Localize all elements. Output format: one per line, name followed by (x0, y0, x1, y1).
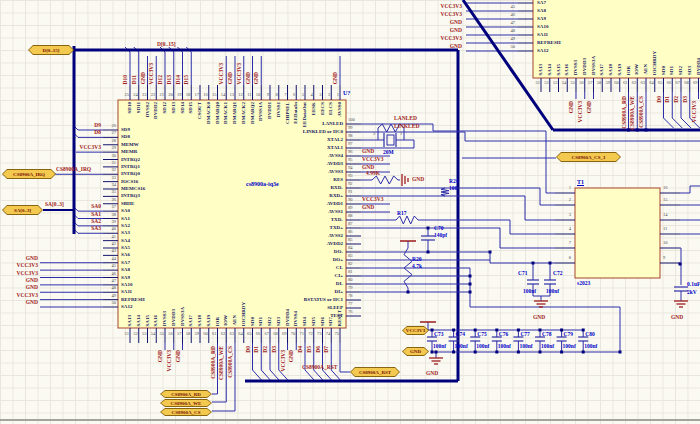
r24-ref[interactable]: R24 (449, 178, 458, 184)
pin-name: SD0 (250, 317, 255, 326)
transformer-part[interactable]: s2023 (577, 280, 590, 286)
pin-number: 10 (251, 92, 260, 97)
junction-dot[interactable] (452, 351, 455, 354)
pin-name: DVSS3 (162, 311, 167, 326)
pin-name: SD9 (121, 127, 161, 132)
c71-value[interactable]: 100nf (523, 288, 536, 294)
net-label-rst[interactable]: CS8900A_RST (302, 364, 337, 370)
junction-dot[interactable] (469, 291, 472, 294)
port-cs[interactable]: CS8900A_CS (160, 408, 212, 416)
pin-number: 17 (190, 92, 199, 97)
wire[interactable] (323, 370, 332, 380)
junction-dot[interactable] (560, 351, 563, 354)
junction-dot[interactable] (549, 262, 552, 265)
wire[interactable] (261, 370, 270, 380)
net-label-linkled[interactable]: LINKLED (394, 123, 419, 129)
pin-name: DVSS1 (276, 102, 281, 117)
transformer-ref[interactable]: T1 (577, 179, 584, 185)
junction-dot[interactable] (489, 251, 492, 254)
net-label: D12 (157, 75, 163, 84)
junction-dot[interactable] (431, 351, 434, 354)
pin-number: 20 (164, 92, 173, 97)
r20-ref[interactable]: R20 (412, 256, 421, 262)
junction-dot[interactable] (435, 351, 438, 354)
junction-dot[interactable] (469, 275, 472, 278)
junction-dot[interactable] (517, 351, 520, 354)
junction-dot[interactable] (679, 263, 682, 266)
junction-dot[interactable] (582, 351, 585, 354)
main-ic-ref[interactable]: U? (343, 90, 350, 96)
net-label-lanled[interactable]: LANLED (394, 115, 417, 121)
pin-name: SA15 (145, 315, 150, 326)
wire[interactable] (672, 118, 682, 128)
net-label: GND (8, 284, 38, 290)
junction-dot[interactable] (427, 227, 430, 230)
r17-ref[interactable]: R17 (397, 210, 406, 216)
wire[interactable] (279, 370, 288, 380)
junction-dot[interactable] (427, 251, 430, 254)
wire[interactable] (314, 370, 323, 380)
port-sa-bus[interactable]: SA[0..3] (2, 205, 43, 215)
port-rst[interactable]: CS8900A_RST (350, 367, 400, 377)
cap-ref: C75 (477, 331, 493, 337)
port-we[interactable]: CS8900A_WE (160, 399, 212, 407)
port-irq[interactable]: CS8900A_IRQ (2, 169, 56, 179)
pin-name: SD2 (267, 317, 272, 326)
wire[interactable] (331, 370, 340, 380)
port-irq-label: CS8900A_IRQ (13, 172, 45, 177)
wire[interactable] (396, 216, 418, 224)
junction-dot[interactable] (495, 351, 498, 354)
junction-dot[interactable] (407, 291, 410, 294)
r20-value[interactable]: 4.7k (412, 263, 422, 269)
net-label: GND (288, 350, 294, 362)
pin-number: 23 (138, 92, 147, 97)
iso-cap-rating[interactable]: 2kV (687, 289, 697, 295)
net-label: VCC3V3 (577, 101, 583, 122)
junction-dot[interactable] (474, 351, 477, 354)
net-label: CS8900A_WE (218, 346, 224, 380)
pin-name: SA3 (121, 230, 161, 235)
junction-dot[interactable] (532, 262, 535, 265)
net-label-sabus[interactable]: SA[0..3] (45, 201, 64, 207)
net-label: D8 (76, 129, 101, 135)
transformer-body[interactable] (575, 188, 660, 278)
wire[interactable] (270, 370, 279, 380)
c70-ref[interactable]: C70 (434, 225, 443, 231)
wire[interactable] (253, 370, 262, 380)
c72-ref[interactable]: C72 (553, 270, 562, 276)
port-vcc[interactable]: VCC3V3 (402, 326, 429, 335)
port-rd[interactable]: CS8900A_RD (160, 390, 212, 398)
net-label: D14 (175, 75, 181, 84)
junction-dot[interactable] (539, 351, 542, 354)
pin-name: DVSS1A (258, 102, 263, 121)
net-label-irq[interactable]: CS8900A_IRQ (56, 166, 91, 172)
pin-number: 51 (120, 331, 129, 336)
pin-number: 90 (348, 197, 360, 202)
c71-ref[interactable]: C71 (518, 270, 527, 276)
pin-name: AEN (232, 315, 237, 326)
pin-name: SA16 (564, 64, 569, 75)
wire[interactable] (441, 188, 449, 196)
c70-value[interactable]: 140pf (434, 232, 447, 238)
port-d-bus[interactable]: D[0..15] (28, 45, 74, 55)
wire[interactable] (372, 176, 398, 184)
pin-number: 69 (689, 80, 698, 85)
net-label-dbus[interactable]: D[0..15] (157, 41, 176, 47)
pin-number: 8 (269, 92, 278, 97)
main-ic-part[interactable]: cs8900a-iq3e (246, 181, 279, 187)
iso-cap-value[interactable]: 0.1uF (687, 281, 700, 287)
wire[interactable] (664, 118, 674, 128)
r24-value[interactable]: 100 (449, 185, 457, 191)
res-resistor-value[interactable]: 4.99K (366, 170, 380, 176)
wire[interactable] (681, 118, 691, 128)
c72-value[interactable]: 100nf (546, 288, 559, 294)
port-cs1[interactable]: CS8900A_CS_1 (556, 152, 621, 162)
pin-number: 50 (104, 300, 116, 305)
wire[interactable] (305, 370, 314, 380)
junction-dot[interactable] (619, 351, 622, 354)
port-gnd[interactable]: GND (402, 347, 429, 356)
pin-number: 49 (502, 36, 515, 41)
pin-number: 49 (104, 293, 116, 298)
crystal-body[interactable] (387, 135, 394, 145)
junction-dot[interactable] (469, 283, 472, 286)
